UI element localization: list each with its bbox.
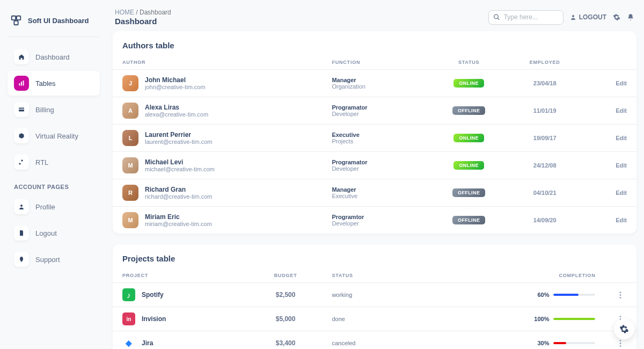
role: Manager — [332, 186, 422, 193]
project-name: Jira — [142, 339, 153, 347]
bell-icon[interactable] — [627, 13, 634, 21]
sidebar-item-support[interactable]: Support — [8, 247, 100, 272]
budget: $3,400 — [276, 339, 296, 347]
sidebar: Soft UI Dashboard Dashboard Tables Billi… — [0, 0, 107, 349]
more-icon[interactable]: ⋯ — [616, 339, 626, 347]
table-row: JJohn Michaeljohn@creative-tim.comManage… — [113, 70, 636, 97]
table-row: MMichael Levimichael@creative-tim.comPro… — [113, 152, 636, 179]
completion-pct: 30% — [537, 340, 549, 346]
sidebar-item-vr[interactable]: Virtual Reality — [8, 123, 100, 148]
logout-link[interactable]: LOGOUT — [570, 13, 606, 21]
more-icon[interactable]: ⋯ — [616, 291, 626, 299]
gear-icon[interactable] — [613, 13, 620, 21]
svg-rect-1 — [17, 16, 20, 20]
project-icon: ♪ — [122, 288, 135, 301]
author-email: miriam@creative-tim.com — [145, 221, 212, 227]
edit-link[interactable]: Edit — [616, 162, 627, 169]
sidebar-heading-account: ACCOUNT PAGES — [8, 176, 100, 194]
project-cell: inInvision — [122, 312, 239, 325]
edit-link[interactable]: Edit — [616, 135, 627, 141]
dept: Developer — [332, 220, 422, 227]
progress-bar — [553, 294, 579, 296]
breadcrumb-home[interactable]: HOME — [115, 9, 134, 16]
search-icon — [493, 14, 500, 21]
role: Programator — [332, 159, 422, 165]
progress-track — [553, 342, 595, 344]
progress-track — [553, 294, 595, 296]
sidebar-item-billing[interactable]: Billing — [8, 97, 100, 122]
status-badge: OFFLINE — [452, 216, 485, 224]
author-name: Alexa Liras — [145, 104, 208, 111]
project-name: Spotify — [142, 291, 164, 299]
chart-icon — [14, 76, 29, 91]
col-completion: COMPLETION — [458, 268, 605, 283]
role: Programtor — [332, 214, 422, 220]
cube-icon — [14, 128, 29, 143]
budget: $5,000 — [276, 315, 296, 323]
completion-pct: 100% — [534, 316, 549, 322]
settings-fab[interactable] — [614, 319, 634, 339]
status-badge: ONLINE — [453, 79, 484, 88]
table-row: MMiriam Ericmiriam@creative-tim.comProgr… — [113, 207, 636, 234]
edit-link[interactable]: Edit — [616, 80, 627, 86]
sidebar-item-label: Virtual Reality — [35, 132, 78, 140]
user-icon — [570, 14, 576, 20]
project-status: done — [332, 316, 345, 322]
author-name: John Michael — [145, 76, 206, 84]
col-project: PROJECT — [113, 268, 249, 283]
sidebar-item-logout[interactable]: Logout — [8, 221, 100, 245]
author-email: alexa@creative-tim.com — [145, 111, 208, 118]
svg-point-8 — [20, 205, 23, 207]
sidebar-item-label: Support — [35, 256, 60, 264]
sidebar-item-label: Profile — [35, 203, 55, 211]
status-badge: ONLINE — [453, 161, 484, 170]
authors-card: Authors table AUTHOR FUNCTION STATUS EMP… — [113, 31, 636, 234]
avatar: M — [122, 157, 138, 173]
completion-pct: 60% — [537, 292, 549, 298]
sidebar-item-tables[interactable]: Tables — [8, 71, 100, 96]
author-name: Laurent Perrier — [145, 131, 212, 139]
sidebar-item-rtl[interactable]: RTL — [8, 150, 100, 174]
table-row: AAlexa Lirasalexa@creative-tim.comProgra… — [113, 97, 636, 125]
employed-date: 23/04/18 — [506, 70, 584, 97]
col-author: AUTHOR — [113, 55, 322, 70]
col-pstatus: STATUS — [322, 268, 458, 283]
home-icon — [14, 49, 29, 64]
dept: Projects — [332, 138, 422, 144]
topbar: HOME / Dashboard Dashboard LOGOUT — [113, 8, 636, 31]
project-name: Invision — [142, 315, 166, 323]
avatar: L — [122, 130, 138, 146]
author-cell: LLaurent Perrierlaurent@creative-tim.com — [122, 130, 312, 146]
avatar: J — [122, 75, 138, 91]
edit-link[interactable]: Edit — [616, 217, 627, 223]
employed-date: 24/12/08 — [506, 152, 584, 179]
svg-rect-5 — [23, 81, 24, 86]
edit-link[interactable]: Edit — [616, 190, 627, 196]
svg-rect-0 — [12, 16, 16, 20]
author-cell: RRichard Granrichard@creative-tim.com — [122, 185, 312, 201]
budget: $2,500 — [276, 291, 296, 299]
dept: Organization — [332, 83, 422, 90]
progress-track — [553, 318, 595, 320]
breadcrumb: HOME / Dashboard Dashboard — [115, 9, 171, 26]
role: Manager — [332, 77, 422, 83]
page-title: Dashboard — [115, 17, 171, 26]
completion: 100% — [468, 316, 595, 322]
brand-icon — [10, 14, 23, 27]
author-cell: AAlexa Lirasalexa@creative-tim.com — [122, 103, 312, 119]
progress-bar — [553, 342, 566, 344]
svg-rect-2 — [14, 21, 18, 25]
sidebar-item-profile[interactable]: Profile — [8, 194, 100, 219]
sidebar-item-label: Tables — [35, 79, 56, 88]
dept: Executive — [332, 193, 422, 199]
dept: Developer — [332, 165, 422, 172]
author-cell: MMiriam Ericmiriam@creative-tim.com — [122, 212, 312, 228]
status-badge: OFFLINE — [452, 106, 485, 115]
sidebar-item-label: RTL — [35, 158, 48, 166]
author-name: Richard Gran — [145, 186, 212, 193]
sidebar-item-dashboard[interactable]: Dashboard — [8, 45, 100, 69]
employed-date: 04/10/21 — [506, 179, 584, 207]
author-email: richard@creative-tim.com — [145, 193, 212, 200]
brand[interactable]: Soft UI Dashboard — [8, 11, 100, 37]
edit-link[interactable]: Edit — [616, 107, 627, 114]
